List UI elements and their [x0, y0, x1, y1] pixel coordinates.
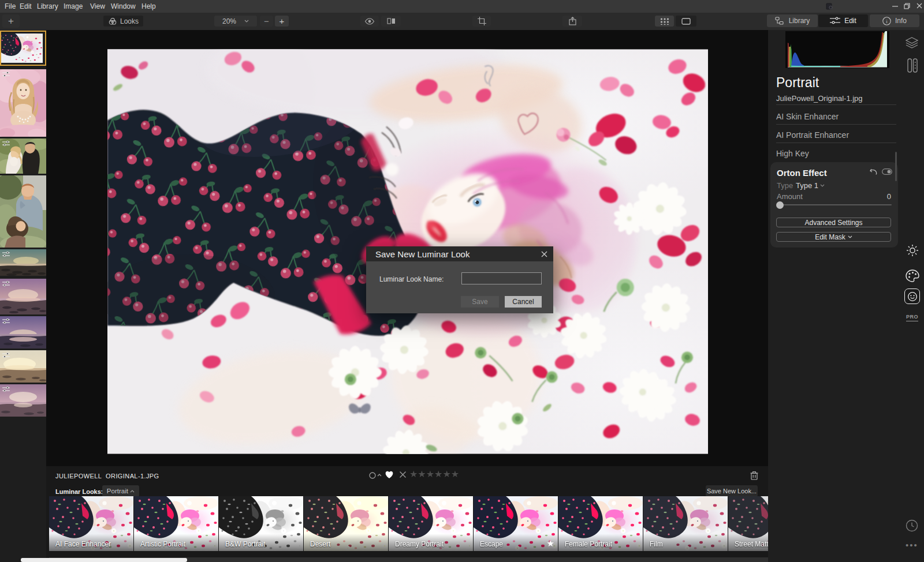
svg-text:i: i [886, 18, 888, 24]
